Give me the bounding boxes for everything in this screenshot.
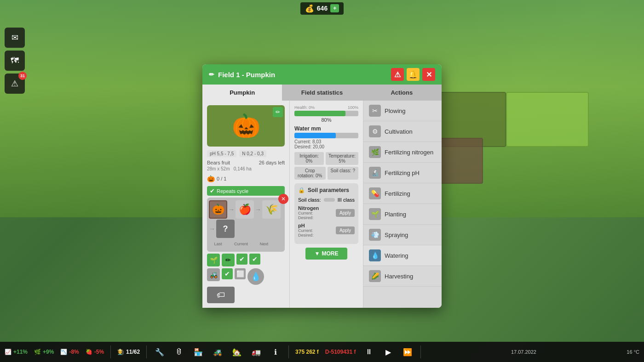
nitrogen-values: Current: Desired: <box>298 211 330 220</box>
planting-icon: 🌱 <box>369 208 381 220</box>
alert-button[interactable]: ⚠ 31 <box>5 74 25 94</box>
bottom-btn-oil[interactable]: 🛢 <box>172 345 185 358</box>
divider-3 <box>288 345 289 358</box>
currency-value: 646 <box>317 5 328 12</box>
action-harvesting[interactable]: 🌽 Harvesting <box>363 266 442 287</box>
tractor-btn[interactable]: 🚜 <box>207 268 220 281</box>
checkbox-1[interactable]: ✔ <box>236 254 247 265</box>
more-button[interactable]: ▼ MORE <box>305 248 348 260</box>
action-spraying[interactable]: 💨 Spraying <box>363 225 442 245</box>
action-row-1: 🌱 ✏ ✔ ✔ <box>207 254 285 266</box>
checkbox-2[interactable]: ✔ <box>249 254 260 265</box>
bottom-btn-tractor[interactable]: 🚜 <box>211 345 224 358</box>
tab-pumpkin[interactable]: Pumpkin <box>202 85 282 101</box>
action-plowing[interactable]: ✂ Plowing <box>363 101 442 121</box>
rotation-label-current: Current <box>232 242 250 246</box>
crop-counter: 🎃 0 / 1 <box>207 175 285 182</box>
layers-button[interactable]: 🗺 <box>5 51 25 71</box>
rotation-arrow-2: → <box>255 206 261 213</box>
water-bar-fill <box>294 133 336 138</box>
nitrogen-apply-button[interactable]: Apply <box>336 209 355 217</box>
dialog-tabs: Pumpkin Field statistics Actions <box>202 85 442 101</box>
bell-button[interactable]: 🔔 <box>407 68 420 81</box>
bottom-btn-vehicles[interactable]: 🚛 <box>250 345 263 358</box>
dialog-header: ✏ Field 1 - Pumpkin ⚠ 🔔 ✕ <box>202 64 442 85</box>
sub-stats-row-2: Crop rotation: 0% Soil class: ? <box>294 167 358 180</box>
health-pct-labels: Health: 0% 100% <box>294 105 358 110</box>
play-button[interactable]: ▶ <box>382 345 395 358</box>
tab-actions[interactable]: Actions <box>362 85 442 101</box>
fertilizing-label: Fertilizing <box>385 190 410 197</box>
watering-icon: 💧 <box>369 249 381 261</box>
health-bar-fill <box>294 111 345 116</box>
bottom-btn-info[interactable]: ℹ <box>269 345 282 358</box>
water-mm-label: Water mm <box>294 125 358 132</box>
rotation-wrapper: ✕ 🎃 → 🍎 → 🌾 → ? Last Current Next <box>207 198 285 252</box>
warning-button[interactable]: ⚠ <box>391 68 404 81</box>
plant-action-btn[interactable]: 🌱 <box>207 254 220 266</box>
rotation-labels: Last Current Next <box>209 242 283 246</box>
ph-apply-button[interactable]: Apply <box>336 226 355 234</box>
mail-button[interactable]: ✉ <box>5 28 25 48</box>
workers-icon: 🧑‍🌾 <box>117 349 124 355</box>
rotation-item-0[interactable]: 🎃 <box>209 200 227 219</box>
rotation-label-last: Last <box>209 242 227 246</box>
sub-stat-temperature: Temperature: 5% <box>326 152 358 165</box>
field-bg-2 <box>506 92 589 147</box>
checkbox-3[interactable]: ✔ <box>222 268 233 279</box>
rotation-label-next: Next <box>255 242 273 246</box>
workers-value: 11/62 <box>126 349 140 355</box>
sell-btn[interactable]: 🏷 <box>207 287 235 303</box>
stat-value-0: +11% <box>13 349 28 355</box>
action-planting[interactable]: 🌱 Planting <box>363 204 442 225</box>
plowing-icon: ✂ <box>369 105 381 117</box>
crop-meta: Bears fruit 26 days left <box>207 160 285 165</box>
fast-forward-button[interactable]: ⏩ <box>401 345 414 358</box>
days-left-label: 26 days left <box>259 160 285 165</box>
actions-panel: ✂ Plowing ⚙ Cultivation 🌿 Fertilizing ni… <box>363 101 442 308</box>
bottom-btn-field[interactable]: 🏡 <box>230 345 243 358</box>
action-cultivation[interactable]: ⚙ Cultivation <box>363 121 442 142</box>
harvesting-label: Harvesting <box>385 273 413 280</box>
divider-2 <box>146 345 147 358</box>
lock-icon: 🔒 <box>298 187 305 193</box>
rotation-item-3[interactable]: ? <box>216 220 235 238</box>
water-desired: Desired: 20,00 <box>294 144 358 149</box>
bottom-hud: 📈 +11% 🌿 +9% 📉 -8% 🍓 -5% 🧑‍🌾 11/62 🔧 🛢 🏪… <box>0 342 644 362</box>
add-currency-button[interactable]: + <box>330 4 339 12</box>
divider-4 <box>420 345 421 358</box>
soil-section: 🔒 Soil parameters Soil class: III class … <box>294 183 358 244</box>
action-watering[interactable]: 💧 Watering <box>363 245 442 266</box>
action-fertilizing-nitrogen[interactable]: 🌿 Fertilizing nitrogen <box>363 142 442 163</box>
water-btn[interactable]: 💧 <box>247 268 264 285</box>
left-panel: 🎃 ✏ pH 5,5 - 7,5 N 0,2 - 0,3 Bears fruit… <box>202 101 290 308</box>
rotation-item-1[interactable]: 🍎 <box>236 200 254 219</box>
divider-1 <box>110 345 111 358</box>
field-dialog: ✏ Field 1 - Pumpkin ⚠ 🔔 ✕ Pumpkin Field … <box>202 64 442 308</box>
sub-stats-row-1: Irrigation: 0% Temperature: 5% <box>294 152 358 165</box>
pause-button[interactable]: ⏸ <box>362 345 375 358</box>
nitrogen-badge: N 0,2 - 0,3 <box>239 150 266 157</box>
action-fertilizing-ph[interactable]: 🔬 Fertilizing pH <box>363 163 442 183</box>
check-mark-icon: ✔ <box>210 187 215 194</box>
close-button[interactable]: ✕ <box>422 68 435 81</box>
middle-panel: Health: 0% 100% 80% Water mm Current: 8,… <box>290 101 363 308</box>
stat-icon-0: 📈 <box>5 349 12 355</box>
health-value: 80% <box>294 117 358 123</box>
plowing-label: Plowing <box>385 107 406 114</box>
cycle-close-button[interactable]: ✕ <box>278 194 288 204</box>
action-fertilizing[interactable]: 💊 Fertilizing <box>363 183 442 204</box>
more-btn-container: ▼ MORE <box>294 244 358 260</box>
stat-icon-2: 📉 <box>60 349 67 355</box>
checkbox-4[interactable]: ⬜ <box>235 268 246 279</box>
ph-values: Current: Desired: <box>298 228 330 238</box>
bottom-btn-tools[interactable]: 🔧 <box>153 345 166 358</box>
bottom-btn-market[interactable]: 🏪 <box>192 345 205 358</box>
rotation-item-2[interactable]: 🌾 <box>262 200 281 219</box>
crop-edit-button[interactable]: ✏ <box>273 107 283 117</box>
fertilizing-ph-label: Fertilizing pH <box>385 170 420 176</box>
fertilizing-icon: 💊 <box>369 187 381 199</box>
tab-field-statistics[interactable]: Field statistics <box>282 85 362 101</box>
edit-action-btn[interactable]: ✏ <box>222 254 235 266</box>
ph-row: pH Current: Desired: Apply <box>298 223 355 238</box>
